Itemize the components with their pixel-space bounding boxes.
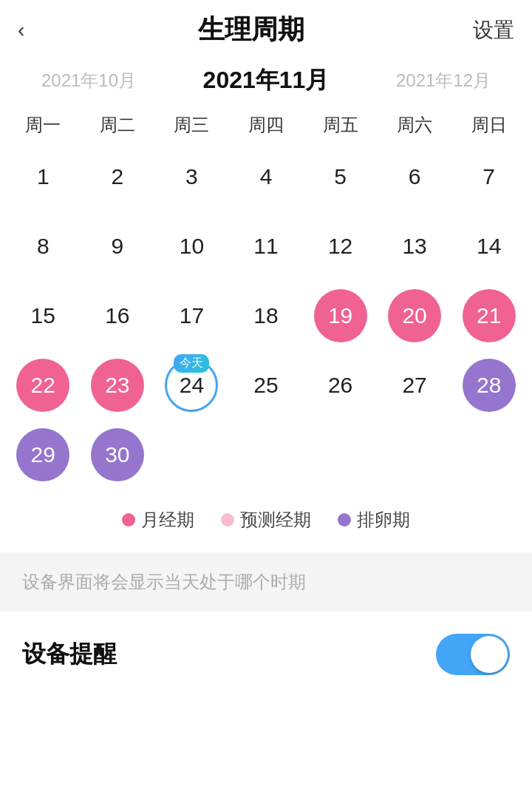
legend: 月经期 预测经期 排卵期 — [0, 487, 532, 546]
today-badge: 今天 — [174, 354, 209, 373]
day-number: 17 — [180, 305, 204, 327]
day-number: 26 — [328, 374, 352, 396]
day-cell-13[interactable]: 13 — [378, 214, 452, 279]
weekday-mon: 周一 — [6, 109, 81, 141]
day-cell-11[interactable]: 11 — [229, 214, 304, 279]
day-number: 14 — [477, 235, 501, 257]
current-month-label: 2021年11月 — [177, 64, 355, 97]
prev-month-label[interactable]: 2021年10月 — [0, 69, 177, 92]
day-number: 23 — [105, 374, 129, 396]
calendar-grid: 1234567891011121314151617181920212223今天2… — [0, 144, 532, 487]
period-pink-circle: 23 — [91, 359, 144, 412]
month-navigation: 2021年10月 2021年11月 2021年12月 — [0, 57, 532, 109]
day-cell-9[interactable]: 9 — [81, 214, 155, 279]
next-month-label[interactable]: 2021年12月 — [355, 69, 532, 92]
day-number: 12 — [328, 235, 352, 257]
day-cell-19[interactable]: 19 — [303, 283, 378, 348]
legend-ovulation: 排卵期 — [338, 508, 410, 532]
day-cell-23[interactable]: 23 — [81, 353, 155, 418]
day-number: 7 — [482, 166, 495, 188]
day-number: 2 — [112, 166, 124, 188]
day-number: 9 — [112, 235, 124, 257]
day-number: 25 — [253, 374, 278, 396]
day-number: 18 — [253, 305, 278, 327]
day-number: 27 — [402, 374, 426, 396]
period-pink-circle: 22 — [16, 359, 69, 412]
day-cell-5[interactable]: 5 — [303, 144, 378, 209]
day-cell-16[interactable]: 16 — [81, 283, 155, 348]
day-number: 16 — [105, 305, 129, 327]
day-number: 5 — [334, 166, 347, 188]
legend-dot-pink — [122, 513, 135, 527]
day-number: 10 — [180, 235, 204, 257]
day-number: 30 — [105, 444, 129, 466]
page-title: 生理周期 — [47, 12, 455, 48]
period-purple-circle: 29 — [16, 428, 69, 481]
day-cell-2[interactable]: 2 — [81, 144, 155, 209]
legend-label-ovulation: 排卵期 — [357, 508, 410, 532]
day-number: 21 — [477, 305, 501, 327]
day-cell-15[interactable]: 15 — [6, 283, 81, 348]
day-cell-10[interactable]: 10 — [154, 214, 229, 279]
day-cell-17[interactable]: 17 — [154, 283, 229, 348]
legend-period: 月经期 — [122, 508, 194, 532]
day-cell-4[interactable]: 4 — [229, 144, 304, 209]
day-cell-26[interactable]: 26 — [303, 353, 378, 418]
device-reminder-toggle[interactable] — [436, 634, 510, 675]
day-cell-22[interactable]: 22 — [6, 353, 81, 418]
day-number: 4 — [260, 166, 273, 188]
day-cell-25[interactable]: 25 — [229, 353, 304, 418]
legend-predicted: 预测经期 — [221, 508, 311, 532]
day-cell-7[interactable]: 7 — [451, 144, 526, 209]
day-number: 11 — [253, 235, 278, 257]
weekday-wed: 周三 — [154, 109, 229, 141]
reminder-section: 设备提醒 — [0, 612, 532, 697]
day-cell-20[interactable]: 20 — [378, 283, 452, 348]
day-cell-8[interactable]: 8 — [6, 214, 81, 279]
day-number: 19 — [328, 305, 352, 327]
day-number: 1 — [37, 166, 50, 188]
day-cell-18[interactable]: 18 — [229, 283, 304, 348]
day-cell-21[interactable]: 21 — [451, 283, 526, 348]
period-pink-circle: 19 — [314, 289, 367, 342]
day-number: 29 — [31, 444, 55, 466]
day-cell-24[interactable]: 今天24 — [154, 353, 229, 418]
settings-button[interactable]: 设置 — [455, 16, 514, 44]
day-cell-27[interactable]: 27 — [378, 353, 452, 418]
info-section: 设备界面将会显示当天处于哪个时期 — [0, 552, 532, 612]
day-number: 22 — [31, 374, 55, 396]
day-number: 3 — [185, 166, 198, 188]
weekday-sat: 周六 — [378, 109, 452, 141]
info-text: 设备界面将会显示当天处于哪个时期 — [22, 570, 510, 594]
weekday-tue: 周二 — [81, 109, 155, 141]
period-pink-circle: 21 — [463, 289, 516, 342]
day-cell-6[interactable]: 6 — [378, 144, 452, 209]
legend-label-period: 月经期 — [141, 508, 194, 532]
toggle-knob — [471, 636, 508, 673]
period-purple-circle: 30 — [91, 428, 144, 481]
reminder-label: 设备提醒 — [22, 638, 117, 671]
day-cell-1[interactable]: 1 — [6, 144, 81, 209]
day-number: 20 — [402, 305, 426, 327]
header: ‹ 生理周期 设置 — [0, 0, 532, 57]
day-cell-30[interactable]: 30 — [81, 422, 155, 487]
back-button[interactable]: ‹ — [18, 18, 47, 42]
period-purple-circle: 28 — [463, 359, 516, 412]
day-number: 24 — [180, 374, 204, 396]
day-number: 13 — [402, 235, 426, 257]
day-cell-12[interactable]: 12 — [303, 214, 378, 279]
day-cell-29[interactable]: 29 — [6, 422, 81, 487]
day-cell-14[interactable]: 14 — [451, 214, 526, 279]
legend-label-predicted: 预测经期 — [240, 508, 311, 532]
period-pink-circle: 20 — [388, 289, 441, 342]
legend-dot-purple — [338, 513, 351, 527]
day-number: 6 — [409, 166, 421, 188]
legend-dot-light-pink — [221, 513, 234, 527]
day-cell-3[interactable]: 3 — [154, 144, 229, 209]
day-number: 8 — [37, 235, 50, 257]
weekday-fri: 周五 — [303, 109, 378, 141]
weekday-thu: 周四 — [229, 109, 304, 141]
day-cell-28[interactable]: 28 — [451, 353, 526, 418]
weekday-headers: 周一 周二 周三 周四 周五 周六 周日 — [0, 109, 532, 141]
day-number: 28 — [477, 374, 501, 396]
